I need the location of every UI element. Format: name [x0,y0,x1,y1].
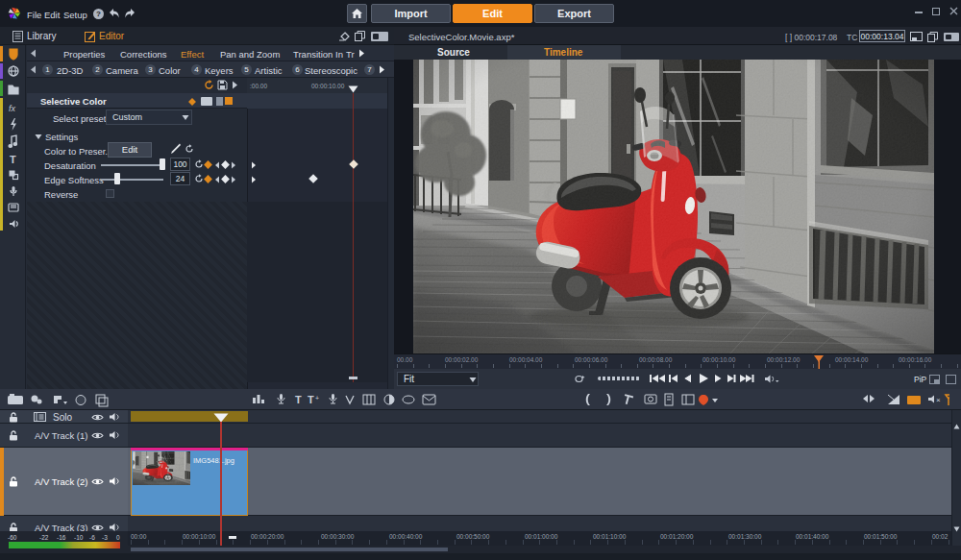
svg-text:T: T [308,394,314,405]
svg-text:T: T [295,394,302,405]
svg-text:×: × [936,396,941,404]
svg-text:fx: fx [9,104,16,113]
svg-text:+: + [315,395,319,402]
svg-text:T: T [10,154,16,165]
